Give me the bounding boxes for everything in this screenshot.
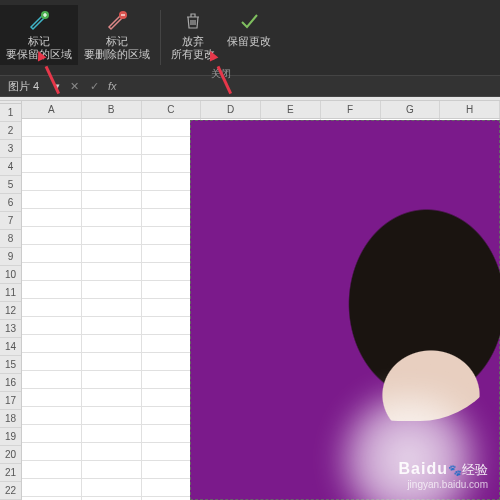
cell[interactable] [82, 479, 142, 497]
column-header[interactable]: A [22, 101, 82, 118]
cell[interactable] [82, 227, 142, 245]
cell[interactable] [22, 389, 82, 407]
keep-changes-label: 保留更改 [227, 35, 271, 48]
name-box[interactable]: 图片 4 [0, 79, 50, 94]
column-header[interactable]: D [201, 101, 261, 118]
ribbon-divider [160, 10, 161, 65]
keep-changes-button[interactable]: 保留更改 [221, 5, 277, 65]
cell[interactable] [82, 119, 142, 137]
row-header[interactable]: 5 [0, 176, 21, 194]
cell[interactable] [82, 371, 142, 389]
mark-keep-label1: 标记 [28, 35, 50, 48]
column-header[interactable]: H [440, 101, 500, 118]
row-header[interactable]: 3 [0, 140, 21, 158]
row-header[interactable]: 10 [0, 266, 21, 284]
watermark-url: jingyan.baidu.com [399, 479, 488, 490]
cell[interactable] [22, 245, 82, 263]
pen-plus-icon [28, 9, 50, 33]
cell[interactable] [82, 299, 142, 317]
cell[interactable] [82, 407, 142, 425]
cell[interactable] [82, 425, 142, 443]
cell[interactable] [82, 353, 142, 371]
row-header[interactable]: 12 [0, 302, 21, 320]
discard-label1: 放弃 [182, 35, 204, 48]
cell[interactable] [22, 209, 82, 227]
accept-formula-icon[interactable]: ✓ [84, 80, 104, 93]
row-header[interactable]: 15 [0, 356, 21, 374]
row-header[interactable]: 14 [0, 338, 21, 356]
cell[interactable] [22, 263, 82, 281]
cell[interactable] [22, 191, 82, 209]
cell[interactable] [22, 461, 82, 479]
cell[interactable] [22, 353, 82, 371]
cell[interactable] [22, 407, 82, 425]
row-header[interactable]: 11 [0, 284, 21, 302]
row-header[interactable]: 22 [0, 482, 21, 500]
row-header[interactable]: 7 [0, 212, 21, 230]
cell[interactable] [82, 137, 142, 155]
row-header[interactable]: 13 [0, 320, 21, 338]
cell[interactable] [82, 173, 142, 191]
column-header[interactable]: C [142, 101, 202, 118]
column-headers: ABCDEFGH [22, 101, 500, 119]
discard-button[interactable]: 放弃 所有更改 [165, 5, 221, 65]
ribbon-toolbar: 标记 要保留的区域 标记 要删除的区域 放弃 所有更改 保留更改 [0, 0, 500, 75]
cell[interactable] [22, 173, 82, 191]
embedded-image[interactable] [190, 120, 500, 500]
cell[interactable] [22, 425, 82, 443]
cell[interactable] [22, 137, 82, 155]
cell[interactable] [22, 335, 82, 353]
ribbon-group-close: 放弃 所有更改 保留更改 关闭 [165, 5, 277, 81]
cell[interactable] [22, 227, 82, 245]
cell[interactable] [22, 479, 82, 497]
row-header[interactable]: 16 [0, 374, 21, 392]
cell[interactable] [22, 281, 82, 299]
cell[interactable] [22, 317, 82, 335]
column-header[interactable]: B [82, 101, 142, 118]
discard-label2: 所有更改 [171, 48, 215, 61]
row-headers: 12345678910111213141516171819202122 [0, 104, 22, 500]
group-close-label: 关闭 [211, 67, 231, 81]
column-header[interactable]: E [261, 101, 321, 118]
paw-icon: 🐾 [448, 464, 462, 476]
cell[interactable] [82, 389, 142, 407]
cell[interactable] [22, 443, 82, 461]
cell[interactable] [82, 281, 142, 299]
mark-remove-label1: 标记 [106, 35, 128, 48]
cell[interactable] [22, 119, 82, 137]
column-header[interactable]: F [321, 101, 381, 118]
row-header[interactable]: 1 [0, 104, 21, 122]
cell[interactable] [82, 155, 142, 173]
cell[interactable] [22, 155, 82, 173]
fx-label[interactable]: fx [104, 80, 117, 92]
trash-icon [183, 9, 203, 33]
portrait-head [299, 161, 500, 421]
pen-minus-icon [106, 9, 128, 33]
cell[interactable] [82, 335, 142, 353]
cell[interactable] [82, 461, 142, 479]
watermark-suffix: 经验 [462, 462, 488, 477]
cell[interactable] [22, 371, 82, 389]
column-header[interactable]: G [381, 101, 441, 118]
row-header[interactable]: 20 [0, 446, 21, 464]
cell[interactable] [82, 263, 142, 281]
row-header[interactable]: 18 [0, 410, 21, 428]
row-header[interactable]: 2 [0, 122, 21, 140]
row-header[interactable]: 8 [0, 230, 21, 248]
cell[interactable] [82, 245, 142, 263]
cell[interactable] [82, 191, 142, 209]
cancel-formula-icon[interactable]: ✕ [64, 80, 84, 93]
cell[interactable] [82, 317, 142, 335]
namebox-dropdown-icon[interactable]: ▾ [50, 80, 64, 93]
row-header[interactable]: 6 [0, 194, 21, 212]
row-header[interactable]: 19 [0, 428, 21, 446]
row-header[interactable]: 4 [0, 158, 21, 176]
row-header[interactable]: 21 [0, 464, 21, 482]
mark-remove-button[interactable]: 标记 要删除的区域 [78, 5, 156, 65]
mark-keep-button[interactable]: 标记 要保留的区域 [0, 5, 78, 65]
row-header[interactable]: 9 [0, 248, 21, 266]
cell[interactable] [82, 209, 142, 227]
row-header[interactable]: 17 [0, 392, 21, 410]
cell[interactable] [22, 299, 82, 317]
cell[interactable] [82, 443, 142, 461]
